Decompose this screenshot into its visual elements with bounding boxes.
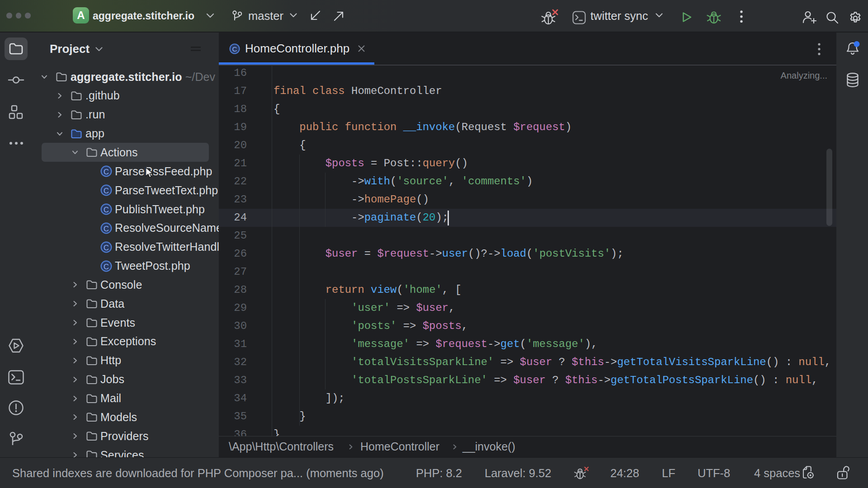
svg-text:C: C [104,187,109,195]
svg-text:C: C [104,168,109,176]
svg-text:C: C [104,262,109,270]
svg-text:C: C [104,206,109,214]
svg-text:C: C [232,45,237,53]
svg-text:C: C [104,224,109,232]
svg-text:C: C [104,243,109,251]
